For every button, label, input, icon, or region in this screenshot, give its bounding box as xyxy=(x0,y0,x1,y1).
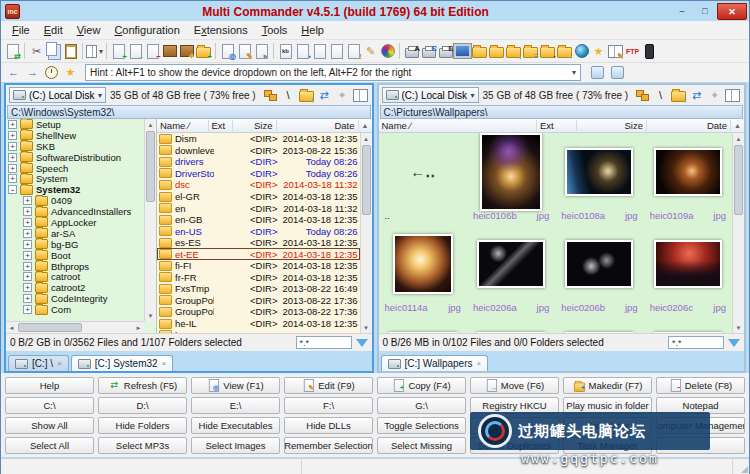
folder-tree-icon[interactable] xyxy=(262,87,279,104)
close-button[interactable]: ✕ xyxy=(717,3,747,20)
tree-item[interactable]: +Speech xyxy=(6,163,144,174)
column-header-name[interactable]: Name ∕ xyxy=(379,120,538,131)
file-row[interactable]: hr-HR<DIR>2014-03-18 12:35 xyxy=(157,329,360,333)
menu-edit[interactable]: Edit xyxy=(37,22,70,38)
column-header-date[interactable]: Date xyxy=(277,120,359,131)
printer-a-icon[interactable]: A xyxy=(403,43,420,60)
phone-icon[interactable] xyxy=(641,43,658,60)
copy-file-icon[interactable]: → xyxy=(127,43,144,60)
menu-view[interactable]: View xyxy=(70,22,108,38)
tree-item[interactable]: +bg-BG xyxy=(6,239,144,250)
ftp-icon[interactable]: FTP xyxy=(624,43,641,60)
column-header-date[interactable]: Date xyxy=(647,120,731,131)
edit-file-icon[interactable]: ✎ xyxy=(236,43,253,60)
folder-tree-icon[interactable] xyxy=(634,87,651,104)
save-layout-icon[interactable] xyxy=(609,64,626,81)
tree-item[interactable]: +ShellNew xyxy=(6,130,144,141)
folder-go-icon[interactable]: → xyxy=(556,43,573,60)
menu-tools[interactable]: Tools xyxy=(255,22,295,38)
file-row[interactable]: downlevel<DIR>2013-08-22 15:36 xyxy=(157,145,360,157)
favorites-star-icon[interactable]: ★ xyxy=(590,43,607,60)
file-row[interactable]: en<DIR>2014-03-18 11:32 xyxy=(157,202,360,214)
hide-executables-button[interactable]: Hide Executables xyxy=(191,417,280,434)
select-mp3s-button[interactable]: Select MP3s xyxy=(98,437,187,454)
tree-expander-icon[interactable]: + xyxy=(8,120,17,129)
favorites-icon[interactable]: ★ xyxy=(62,64,79,81)
printer-c-icon[interactable]: C xyxy=(420,43,437,60)
file-row[interactable]: DriverStore<DIR>Today 08:26 xyxy=(157,168,360,180)
back-icon[interactable]: ← xyxy=(5,64,22,81)
hide-dlls-button[interactable]: Hide DLLs xyxy=(284,417,373,434)
copy-path-icon[interactable] xyxy=(589,64,606,81)
thumbnail-cell[interactable] xyxy=(467,317,555,333)
kb-doc-icon[interactable]: kb xyxy=(277,43,294,60)
thumbnail-cell[interactable] xyxy=(379,317,467,333)
refresh-pane-icon[interactable]: ⇄ xyxy=(316,87,333,104)
d-button[interactable]: D:\ xyxy=(98,397,187,414)
rename-icon[interactable]: ✎ xyxy=(362,43,379,60)
resize-grip[interactable]: ◢ xyxy=(733,459,749,474)
forward-icon[interactable]: → xyxy=(24,64,41,81)
tree-expander-icon[interactable]: + xyxy=(8,153,17,162)
tree-expander-icon[interactable]: + xyxy=(23,218,32,227)
move-f6-button[interactable]: →Move (F6) xyxy=(470,377,559,394)
file-row[interactable]: dsc<DIR>2014-03-18 11:32 xyxy=(157,179,360,191)
file-row[interactable]: Dism<DIR>2014-03-18 12:35 xyxy=(157,133,360,145)
tree-item[interactable]: +AdvancedInstallers xyxy=(6,206,144,217)
new-file-icon[interactable]: + xyxy=(110,43,127,60)
folder-down-icon[interactable]: ↓ xyxy=(505,43,522,60)
tree-expander-icon[interactable]: + xyxy=(23,272,32,281)
menu-extensions[interactable]: Extensions xyxy=(187,22,255,38)
tree-item[interactable]: +ar-SA xyxy=(6,228,144,239)
file-row[interactable]: es-ES<DIR>2014-03-18 12:35 xyxy=(157,237,360,249)
tree-item[interactable]: +catroot xyxy=(6,271,144,282)
tree-expander-icon[interactable]: + xyxy=(23,305,32,314)
view-mode-icon[interactable] xyxy=(724,87,741,104)
delete-file-icon[interactable]: − xyxy=(144,43,161,60)
show-all-button[interactable]: Show All xyxy=(5,417,94,434)
file-row[interactable]: fi-FI<DIR>2014-03-18 12:35 xyxy=(157,260,360,272)
left-drive-dropdown[interactable]: (C:) Local Disk ▾ xyxy=(9,87,106,103)
updir-cell[interactable]: ←‥.. xyxy=(379,133,467,225)
edit-with-icon[interactable]: ► xyxy=(253,43,270,60)
left-filter-input[interactable]: *.* xyxy=(296,336,352,349)
pack-icon[interactable] xyxy=(161,43,178,60)
panel-settings-icon[interactable]: ⇄ xyxy=(4,43,21,60)
makedir-f7-button[interactable]: +Makedir (F7) xyxy=(563,377,652,394)
tab-left[interactable]: [C:] System32× xyxy=(71,355,173,371)
right-path-bar[interactable]: C:\Pictures\Wallpapers\ xyxy=(380,105,744,119)
doc-blue-icon[interactable]: ▪ xyxy=(294,43,311,60)
tree-expander-icon[interactable]: + xyxy=(23,229,32,238)
toggle-selections-button[interactable]: Toggle Selections xyxy=(377,417,466,434)
refresh-pane-icon[interactable]: ⇄ xyxy=(688,87,705,104)
tree-expander-icon[interactable]: + xyxy=(23,283,32,292)
parent-folder-icon[interactable]: ↑ xyxy=(670,87,687,104)
file-row[interactable]: en-US<DIR>Today 08:26 xyxy=(157,225,360,237)
network-icon[interactable] xyxy=(573,43,590,60)
thumbnail-cell[interactable]: heic0206ajpg xyxy=(467,225,555,317)
file-row[interactable]: el-GR<DIR>2014-03-18 12:35 xyxy=(157,191,360,203)
thumbnail-cell[interactable]: heic0109ajpg xyxy=(644,133,732,225)
tree-expander-icon[interactable]: + xyxy=(23,251,32,260)
file-row[interactable]: drivers<DIR>Today 08:26 xyxy=(157,156,360,168)
remember-selection-button[interactable]: Remember Selection xyxy=(284,437,373,454)
menu-file[interactable]: File xyxy=(5,22,37,38)
select-all-button[interactable]: Select All xyxy=(5,437,94,454)
menu-help[interactable]: Help xyxy=(294,22,331,38)
notes-icon[interactable]: ✎ xyxy=(607,43,624,60)
parent-folder-icon[interactable]: ↑ xyxy=(298,87,315,104)
command-line-input[interactable]: Hint : Alt+F1 to show the device dropdow… xyxy=(85,64,581,81)
folder-archive-icon[interactable]: ▪ xyxy=(539,43,556,60)
goto-root-icon[interactable]: \ xyxy=(280,87,297,104)
display-icon[interactable] xyxy=(454,43,471,60)
file-row[interactable]: et-EE<DIR>2014-03-18 12:35 xyxy=(157,248,360,260)
tree-item[interactable]: +AppLocker xyxy=(6,217,144,228)
edit-f9-button[interactable]: ✎Edit (F9) xyxy=(284,377,373,394)
view-file-icon[interactable]: ◎ xyxy=(219,43,236,60)
column-header-ext[interactable]: Ext xyxy=(537,120,577,131)
folder-open-icon[interactable] xyxy=(471,43,488,60)
delete-f8-button[interactable]: −Delete (F8) xyxy=(656,377,745,394)
tree-item[interactable]: +CodeIntegrity xyxy=(6,293,144,304)
printer-d-icon[interactable]: D xyxy=(437,43,454,60)
tree-expander-icon[interactable]: + xyxy=(23,262,32,271)
